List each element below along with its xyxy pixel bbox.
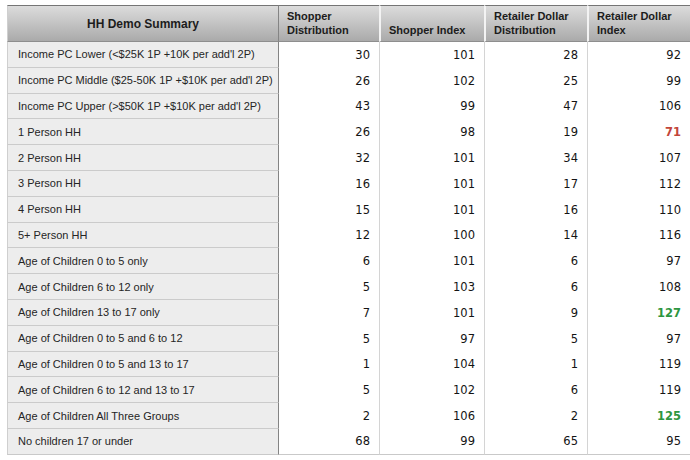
cell-retailer-dollar-distribution: 14 [484, 223, 587, 249]
table-row: Income PC Middle ($25-50K 1P +$10K per a… [7, 68, 690, 94]
table-row: Income PC Lower (<$25K 1P +10K per add'l… [7, 42, 690, 68]
cell-shopper-index: 98 [379, 119, 484, 145]
cell-shopper-distribution: 5 [279, 274, 379, 300]
row-label: 1 Person HH [7, 119, 279, 145]
table-row: Age of Children 0 to 5 and 13 to 1711041… [7, 352, 690, 378]
cell-shopper-index: 101 [379, 171, 484, 197]
column-header-retailer-dollar-index: Retailer Dollar Index [587, 5, 690, 42]
cell-shopper-distribution: 16 [279, 171, 379, 197]
cell-retailer-dollar-distribution: 25 [484, 68, 587, 94]
cell-shopper-distribution: 5 [279, 326, 379, 352]
cell-retailer-dollar-index: 127 [587, 300, 690, 326]
row-label: Age of Children 13 to 17 only [7, 300, 279, 326]
table-row: 2 Person HH3210134107 [7, 145, 690, 171]
cell-retailer-dollar-index: 99 [587, 68, 690, 94]
column-header-hh-demo-summary: HH Demo Summary [7, 5, 279, 42]
column-header-shopper-index: Shopper Index [379, 5, 484, 42]
cell-retailer-dollar-distribution: 5 [484, 326, 587, 352]
header-row: HH Demo Summary Shopper Distribution Sho… [7, 5, 690, 42]
cell-retailer-dollar-distribution: 65 [484, 429, 587, 455]
table-body: Income PC Lower (<$25K 1P +10K per add'l… [7, 42, 690, 455]
cell-retailer-dollar-index: 92 [587, 42, 690, 68]
table-row: No children 17 or under68996595 [7, 429, 690, 455]
cell-shopper-distribution: 5 [279, 377, 379, 403]
cell-shopper-index: 99 [379, 94, 484, 120]
cell-shopper-index: 97 [379, 326, 484, 352]
cell-shopper-distribution: 15 [279, 197, 379, 223]
table-row: 5+ Person HH1210014116 [7, 223, 690, 249]
cell-shopper-index: 101 [379, 248, 484, 274]
row-label: Age of Children All Three Groups [7, 403, 279, 429]
cell-retailer-dollar-distribution: 6 [484, 248, 587, 274]
row-label: Age of Children 0 to 5 and 6 to 12 [7, 326, 279, 352]
cell-retailer-dollar-index: 108 [587, 274, 690, 300]
row-label: 4 Person HH [7, 197, 279, 223]
column-header-retailer-dollar-distribution: Retailer Dollar Distribution [484, 5, 587, 42]
table-row: 3 Person HH1610117112 [7, 171, 690, 197]
cell-retailer-dollar-index: 97 [587, 326, 690, 352]
cell-shopper-distribution: 26 [279, 119, 379, 145]
cell-shopper-distribution: 1 [279, 352, 379, 378]
report-canvas: HH Demo Summary Shopper Distribution Sho… [0, 0, 690, 460]
hh-demo-summary-table: HH Demo Summary Shopper Distribution Sho… [7, 5, 690, 455]
row-label: No children 17 or under [7, 429, 279, 455]
row-label: Income PC Upper (>$50K 1P +$10K per add'… [7, 94, 279, 120]
column-header-shopper-distribution: Shopper Distribution [279, 5, 379, 42]
table-row: Age of Children 0 to 5 and 6 to 12597597 [7, 326, 690, 352]
cell-retailer-dollar-distribution: 6 [484, 377, 587, 403]
table-row: Age of Children 0 to 5 only6101697 [7, 248, 690, 274]
row-label: 5+ Person HH [7, 223, 279, 249]
row-label: Age of Children 0 to 5 and 13 to 17 [7, 352, 279, 378]
cell-retailer-dollar-index: 119 [587, 377, 690, 403]
cell-retailer-dollar-distribution: 47 [484, 94, 587, 120]
cell-retailer-dollar-index: 116 [587, 223, 690, 249]
cell-shopper-index: 101 [379, 197, 484, 223]
cell-retailer-dollar-distribution: 17 [484, 171, 587, 197]
table-row: 4 Person HH1510116110 [7, 197, 690, 223]
cell-retailer-dollar-distribution: 1 [484, 352, 587, 378]
cell-retailer-dollar-index: 125 [587, 403, 690, 429]
row-label: 2 Person HH [7, 145, 279, 171]
cell-shopper-distribution: 68 [279, 429, 379, 455]
cell-retailer-dollar-distribution: 9 [484, 300, 587, 326]
row-label: Age of Children 6 to 12 and 13 to 17 [7, 377, 279, 403]
cell-retailer-dollar-distribution: 19 [484, 119, 587, 145]
cell-retailer-dollar-index: 107 [587, 145, 690, 171]
cell-shopper-index: 102 [379, 377, 484, 403]
cell-shopper-index: 100 [379, 223, 484, 249]
row-label: Income PC Lower (<$25K 1P +10K per add'l… [7, 42, 279, 68]
cell-shopper-index: 101 [379, 42, 484, 68]
table-row: Income PC Upper (>$50K 1P +$10K per add'… [7, 94, 690, 120]
table-row: Age of Children 13 to 17 only71019127 [7, 300, 690, 326]
cell-shopper-distribution: 2 [279, 403, 379, 429]
cell-retailer-dollar-index: 106 [587, 94, 690, 120]
cell-shopper-distribution: 43 [279, 94, 379, 120]
cell-shopper-distribution: 12 [279, 223, 379, 249]
cell-retailer-dollar-index: 97 [587, 248, 690, 274]
cell-retailer-dollar-index: 112 [587, 171, 690, 197]
cell-shopper-index: 101 [379, 300, 484, 326]
cell-shopper-distribution: 7 [279, 300, 379, 326]
row-label: Income PC Middle ($25-50K 1P +$10K per a… [7, 68, 279, 94]
cell-retailer-dollar-index: 110 [587, 197, 690, 223]
cell-retailer-dollar-distribution: 6 [484, 274, 587, 300]
cell-shopper-index: 103 [379, 274, 484, 300]
table-row: Age of Children All Three Groups21062125 [7, 403, 690, 429]
cell-shopper-index: 106 [379, 403, 484, 429]
cell-shopper-index: 104 [379, 352, 484, 378]
table-row: Age of Children 6 to 12 only51036108 [7, 274, 690, 300]
row-label: Age of Children 6 to 12 only [7, 274, 279, 300]
table-row: Age of Children 6 to 12 and 13 to 175102… [7, 377, 690, 403]
cell-retailer-dollar-distribution: 28 [484, 42, 587, 68]
cell-shopper-distribution: 30 [279, 42, 379, 68]
cell-shopper-index: 101 [379, 145, 484, 171]
cell-retailer-dollar-distribution: 2 [484, 403, 587, 429]
cell-retailer-dollar-index: 71 [587, 119, 690, 145]
cell-shopper-distribution: 6 [279, 248, 379, 274]
cell-shopper-index: 99 [379, 429, 484, 455]
cell-retailer-dollar-distribution: 34 [484, 145, 587, 171]
cell-shopper-index: 102 [379, 68, 484, 94]
table-row: 1 Person HH26981971 [7, 119, 690, 145]
cell-retailer-dollar-index: 119 [587, 352, 690, 378]
cell-shopper-distribution: 26 [279, 68, 379, 94]
